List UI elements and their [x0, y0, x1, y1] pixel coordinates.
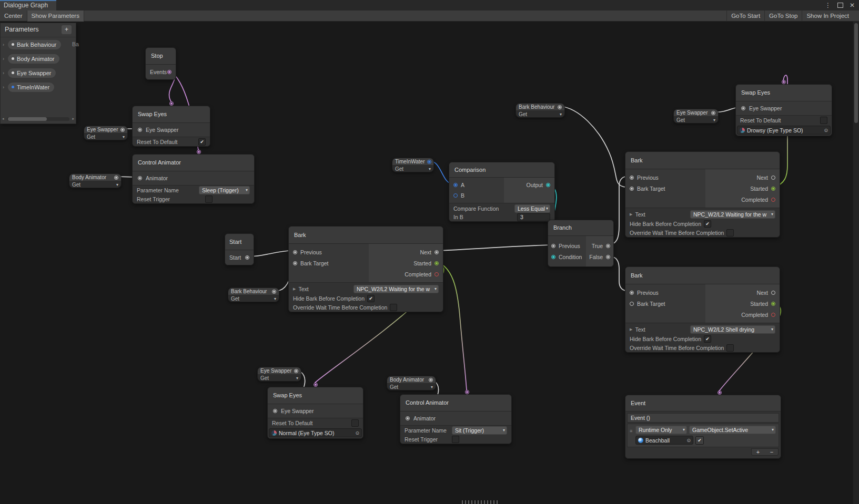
add-parameter-button[interactable]: + [62, 25, 72, 34]
hide-bark-checkbox[interactable]: ✔ [704, 335, 711, 343]
event-in-port[interactable] [465, 390, 469, 394]
text-dropdown[interactable]: NPC_W2/L2 Waiting for the w▾ [690, 210, 775, 219]
event-in-port[interactable] [197, 150, 201, 154]
parameter-pill-body-animator[interactable]: Body Animator [8, 54, 59, 64]
in-b-field[interactable]: 3 [517, 213, 550, 221]
node-branch[interactable]: Branch Previous Condition True False [548, 220, 614, 267]
reset-trigger-checkbox[interactable]: ✔ [205, 196, 213, 203]
event-in-port[interactable] [782, 80, 786, 84]
node-control-animator-bottom[interactable]: Control Animator Animator Parameter Name… [400, 394, 512, 444]
horizontal-scrollbar[interactable]: ◂ ▸ [2, 116, 75, 122]
eye-swapper-input-port[interactable] [273, 409, 277, 413]
node-comparison[interactable]: Comparison A B Output Compare Function L… [449, 162, 555, 222]
output-port[interactable] [711, 111, 715, 115]
node-control-animator-top[interactable]: Control Animator Animator Parameter Name… [132, 154, 255, 204]
getter-node-body-animator[interactable]: Body Animator Get▾ [69, 173, 122, 188]
animator-input-port[interactable] [138, 176, 142, 180]
events-output-port[interactable] [167, 70, 171, 74]
chevron-right-icon[interactable]: › [3, 42, 8, 47]
output-port[interactable] [429, 378, 433, 382]
a-input-port[interactable] [453, 183, 458, 187]
edge-start-to-bark[interactable] [248, 251, 292, 256]
output-port[interactable] [558, 105, 562, 109]
getter-node-body-animator[interactable]: Body Animator Get▾ [387, 376, 436, 390]
node-bark-bottom-right[interactable]: Bark Previous Bark Target Next Started C… [625, 266, 780, 353]
bark-target-input-port[interactable] [630, 187, 634, 191]
eye-swapper-input-port[interactable] [741, 106, 745, 110]
chevron-right-icon[interactable]: › [3, 56, 8, 61]
event-in-port[interactable] [169, 101, 174, 106]
parameter-pill-timeinwater[interactable]: TimeInWater [8, 83, 54, 92]
event-mode-dropdown[interactable]: Runtime Only▾ [635, 426, 687, 434]
node-swap-eyes-bottom[interactable]: Swap Eyes Eye Swapper Reset To Default ✔… [267, 387, 363, 439]
chevron-right-icon[interactable]: › [3, 70, 8, 76]
override-wait-checkbox[interactable]: ✔ [726, 344, 734, 352]
getter-node-bark-behaviour[interactable]: Bark Behaviour Get▾ [228, 287, 279, 302]
getter-node-bark-behaviour[interactable]: Bark Behaviour Get▾ [516, 103, 565, 118]
bark-target-input-port[interactable] [293, 261, 297, 265]
override-wait-checkbox[interactable]: ✔ [726, 229, 734, 236]
node-bark-top-right[interactable]: Bark Previous Bark Target Next Started C… [625, 151, 780, 238]
eye-swapper-input-port[interactable] [138, 128, 142, 132]
next-output-port[interactable] [434, 250, 439, 254]
edge-getter-barkbehaviour2-to-bark2[interactable] [560, 106, 629, 187]
scroll-right-icon[interactable]: ▸ [72, 117, 74, 121]
getter-node-eye-swapper[interactable]: Eye Swapper Get▾ [257, 367, 301, 382]
parameter-name-dropdown[interactable]: Sleep (Trigger)▾ [199, 186, 250, 194]
previous-input-port[interactable] [551, 244, 555, 248]
output-port[interactable] [546, 183, 550, 187]
getter-node-eye-swapper[interactable]: Eye Swapper Get▾ [84, 126, 128, 140]
hide-bark-checkbox[interactable]: ✔ [367, 295, 375, 302]
chevron-right-icon[interactable]: › [3, 85, 8, 90]
previous-input-port[interactable] [630, 176, 634, 180]
text-dropdown[interactable]: NPC_W2/L2 Waiting for the w▾ [353, 285, 439, 293]
output-port[interactable] [114, 176, 118, 180]
override-wait-checkbox[interactable]: ✔ [390, 304, 397, 311]
event-bool-checkbox[interactable]: ✔ [695, 436, 704, 445]
node-swap-eyes-right[interactable]: Swap Eyes Eye Swapper Reset To Default ✔… [735, 84, 832, 136]
scroll-left-icon[interactable]: ◂ [2, 117, 4, 121]
event-in-port[interactable] [717, 390, 722, 395]
output-port[interactable] [294, 369, 298, 373]
getter-node-eye-swapper[interactable]: Eye Swapper Get▾ [673, 109, 719, 124]
start-output-port[interactable] [245, 255, 249, 260]
node-stop[interactable]: Stop Events [145, 47, 176, 80]
b-input-port[interactable] [453, 193, 458, 198]
started-output-port[interactable] [434, 261, 439, 265]
node-bark-center[interactable]: Bark Previous Bark Target Next Started C… [288, 226, 443, 312]
hide-bark-checkbox[interactable]: ✔ [704, 220, 711, 228]
true-output-port[interactable] [606, 244, 610, 248]
previous-input-port[interactable] [630, 291, 634, 295]
object-picker-icon[interactable]: ⊙ [355, 430, 359, 436]
event-target-object-field[interactable]: Beachball ⊙ [635, 436, 693, 445]
drag-handle-icon[interactable]: ≡ [630, 428, 632, 434]
foldout-icon[interactable]: ▶ [293, 287, 296, 291]
parameter-pill-eye-swapper[interactable]: Eye Swapper [8, 68, 56, 78]
compare-function-dropdown[interactable]: Less Equal▾ [514, 204, 550, 213]
node-event[interactable]: Event Event () ≡ Runtime Only▾ GameObjec… [625, 395, 781, 459]
started-output-port[interactable] [771, 187, 775, 191]
add-event-button[interactable]: + [752, 449, 764, 455]
node-start[interactable]: Start Start [225, 233, 254, 265]
output-port[interactable] [427, 160, 431, 164]
node-swap-eyes-top[interactable]: Swap Eyes Eye Swapper Reset To Default ✔ [132, 106, 210, 147]
event-in-port[interactable] [314, 383, 318, 387]
parameter-pill-bark-behaviour[interactable]: Bark Behaviour [8, 40, 61, 49]
object-picker-icon[interactable]: ⊙ [686, 438, 691, 443]
bark-target-input-port[interactable] [630, 302, 634, 306]
completed-output-port[interactable] [771, 313, 775, 317]
getter-node-timeinwater[interactable]: TimeInWater Get▾ [392, 158, 434, 172]
next-output-port[interactable] [771, 291, 775, 295]
remove-event-button[interactable]: − [765, 449, 778, 455]
text-dropdown[interactable]: NPC_W2/L2 Shell drying▾ [690, 325, 775, 334]
scrollbar-thumb[interactable] [8, 117, 47, 121]
eye-type-object-field[interactable]: Drowsy (Eye Type SO) ⊙ [737, 126, 831, 135]
edge-bark-next-to-branch[interactable] [437, 245, 552, 251]
next-output-port[interactable] [771, 176, 775, 180]
false-output-port[interactable] [606, 255, 610, 259]
completed-output-port[interactable] [771, 198, 775, 202]
reset-to-default-checkbox[interactable]: ✔ [820, 117, 827, 124]
object-picker-icon[interactable]: ⊙ [824, 128, 828, 133]
previous-input-port[interactable] [293, 250, 297, 254]
started-output-port[interactable] [771, 302, 775, 306]
